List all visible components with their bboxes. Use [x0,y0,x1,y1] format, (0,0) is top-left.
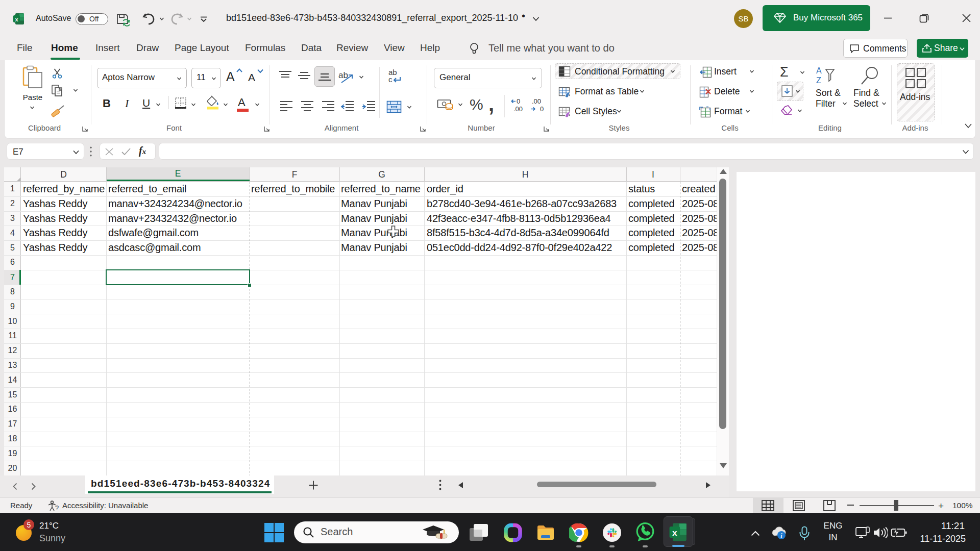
svg-text:.00: .00 [513,105,523,112]
svg-text:x: x [672,528,677,538]
svg-text:.00: .00 [532,98,541,105]
svg-text:0: 0 [517,98,520,105]
svg-text:x: x [15,16,18,22]
svg-text:Z: Z [816,76,821,85]
svg-text:0: 0 [540,105,544,112]
svg-text:?: ? [55,504,59,512]
svg-text:c: c [388,75,393,84]
svg-text:A: A [816,66,822,75]
